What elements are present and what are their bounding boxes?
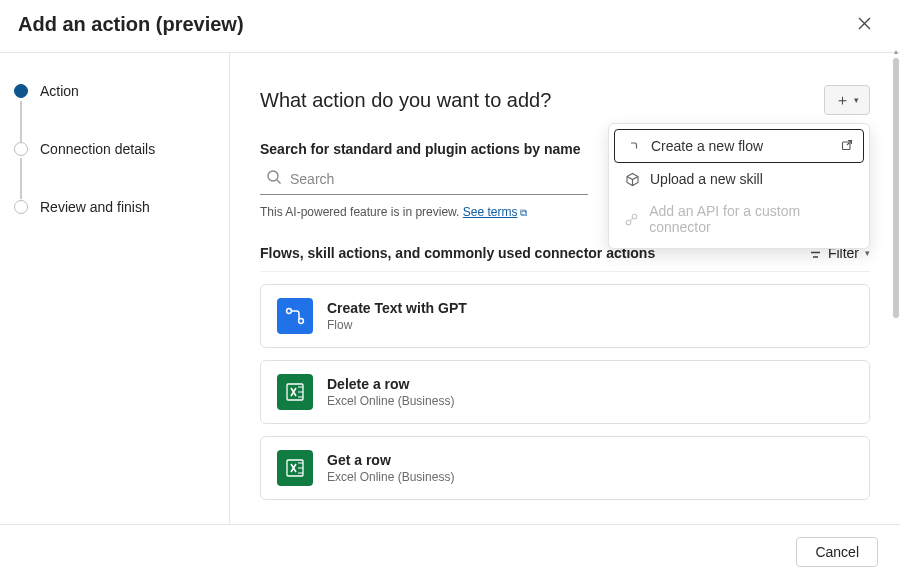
search-input[interactable] xyxy=(290,171,582,187)
svg-point-1 xyxy=(287,309,292,314)
svg-point-8 xyxy=(626,220,631,225)
action-list: Create Text with GPT Flow Delete a row E… xyxy=(260,284,870,500)
sidebar-step-review[interactable]: Review and finish xyxy=(0,197,229,217)
search-field[interactable] xyxy=(260,163,588,195)
dialog-title: Add an action (preview) xyxy=(18,13,244,36)
preview-note-text: This AI-powered feature is in preview. xyxy=(260,205,463,219)
cancel-button[interactable]: Cancel xyxy=(796,537,878,567)
svg-point-2 xyxy=(299,319,304,324)
step-label: Review and finish xyxy=(40,199,150,215)
plug-icon xyxy=(624,212,639,227)
card-text: Get a row Excel Online (Business) xyxy=(327,452,454,484)
menu-item-upload-skill[interactable]: Upload a new skill xyxy=(614,163,864,195)
search-icon xyxy=(266,169,290,188)
svg-point-0 xyxy=(268,171,278,181)
card-title: Create Text with GPT xyxy=(327,300,467,316)
main-panel: What action do you want to add? ＋ ▾ Sear… xyxy=(230,53,900,530)
card-text: Delete a row Excel Online (Business) xyxy=(327,376,454,408)
action-card[interactable]: Get a row Excel Online (Business) xyxy=(260,436,870,500)
dialog-header: Add an action (preview) xyxy=(0,0,900,53)
add-menu: Create a new flow Upload a new skill Add… xyxy=(608,123,870,249)
menu-item-create-flow[interactable]: Create a new flow xyxy=(614,129,864,163)
step-label: Action xyxy=(40,83,79,99)
card-title: Delete a row xyxy=(327,376,454,392)
cube-icon xyxy=(624,172,640,187)
section-title: Flows, skill actions, and commonly used … xyxy=(260,245,655,261)
step-indicator-icon xyxy=(14,142,28,156)
dialog-footer: Cancel xyxy=(0,524,900,578)
step-connector xyxy=(20,158,22,199)
step-label: Connection details xyxy=(40,141,155,157)
card-text: Create Text with GPT Flow xyxy=(327,300,467,332)
external-link-icon: ⧉ xyxy=(520,207,527,218)
step-indicator-icon xyxy=(14,84,28,98)
close-button[interactable] xyxy=(850,10,878,38)
svg-point-9 xyxy=(632,214,637,219)
card-title: Get a row xyxy=(327,452,454,468)
external-link-icon xyxy=(841,139,853,154)
action-card[interactable]: Delete a row Excel Online (Business) xyxy=(260,360,870,424)
menu-item-label: Upload a new skill xyxy=(650,171,763,187)
action-card[interactable]: Create Text with GPT Flow xyxy=(260,284,870,348)
flow-icon xyxy=(277,298,313,334)
card-subtitle: Excel Online (Business) xyxy=(327,394,454,408)
step-connector xyxy=(20,101,22,142)
see-terms-link[interactable]: See terms xyxy=(463,205,518,219)
svg-point-5 xyxy=(627,141,631,145)
sidebar: Action Connection details Review and fin… xyxy=(0,53,230,530)
main-header-row: What action do you want to add? ＋ ▾ xyxy=(260,85,870,115)
menu-item-add-api: Add an API for a custom connector xyxy=(614,195,864,243)
flow-icon xyxy=(625,139,641,154)
add-action-button[interactable]: ＋ ▾ xyxy=(824,85,870,115)
dialog-body: Action Connection details Review and fin… xyxy=(0,53,900,530)
main-title: What action do you want to add? xyxy=(260,89,551,112)
card-subtitle: Excel Online (Business) xyxy=(327,470,454,484)
step-indicator-icon xyxy=(14,200,28,214)
chevron-down-icon: ▾ xyxy=(865,248,870,258)
sidebar-step-connection[interactable]: Connection details xyxy=(0,139,229,159)
chevron-down-icon: ▾ xyxy=(854,95,859,105)
menu-item-label: Add an API for a custom connector xyxy=(649,203,854,235)
section-header-row: Flows, skill actions, and commonly used … xyxy=(260,245,870,272)
close-icon xyxy=(858,16,871,33)
menu-item-label: Create a new flow xyxy=(651,138,763,154)
excel-icon xyxy=(277,374,313,410)
card-subtitle: Flow xyxy=(327,318,467,332)
excel-icon xyxy=(277,450,313,486)
plus-icon: ＋ xyxy=(835,91,850,110)
svg-point-6 xyxy=(635,148,639,152)
sidebar-step-action[interactable]: Action xyxy=(0,81,229,101)
